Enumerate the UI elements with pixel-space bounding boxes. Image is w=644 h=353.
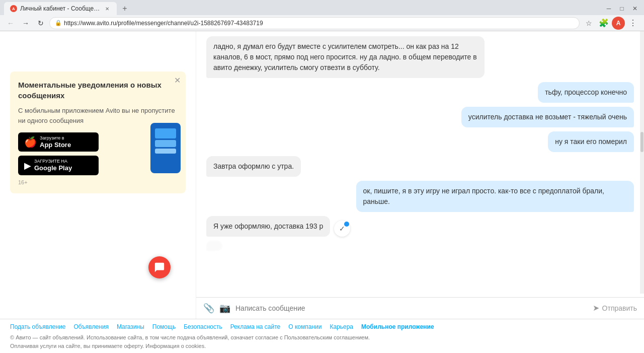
footer-link-3[interactable]: Помощь [152, 323, 176, 330]
message-row: тьфу, процессор конечно [206, 82, 634, 103]
footer-copyright-2: Оплачивая услуги на сайте, вы принимаете… [10, 342, 634, 351]
message-text-7: Я уже оформляю, доставка 193 р [213, 222, 323, 230]
message-row: ладно, я думал его будут вместе с усилит… [206, 36, 634, 78]
scroll-track[interactable] [640, 31, 644, 294]
lock-icon: 🔒 [55, 20, 62, 26]
footer-link-8[interactable]: Мобильное приложение [361, 323, 434, 330]
footer-link-2[interactable]: Магазины [117, 323, 144, 330]
message-text-1: ладно, я думал его будут вместе с усилит… [213, 42, 477, 72]
chat-area: ладно, я думал его будут вместе с усилит… [196, 31, 644, 319]
profile-icon[interactable]: A [612, 17, 625, 30]
message-bubble-2: тьфу, процессор конечно [538, 82, 634, 103]
send-button[interactable]: ➤ Отправить [593, 303, 637, 313]
minimize-button[interactable]: ─ [604, 4, 614, 14]
send-icon: ➤ [593, 303, 599, 313]
chat-float-button[interactable] [148, 256, 171, 278]
footer-link-0[interactable]: Подать объявление [10, 323, 65, 330]
message-bubble-6: ок, пишите, я в эту игру не играл просто… [356, 181, 634, 212]
address-bar[interactable]: 🔒 https://www.avito.ru/profile/messenger… [49, 17, 580, 29]
message-bubble-5: Завтра оформлю с утра. [206, 156, 301, 177]
menu-icon[interactable]: ⋮ [626, 16, 640, 30]
footer-link-1[interactable]: Объявления [73, 323, 108, 330]
nav-icons-right: ☆ 🧩 A ⋮ [582, 16, 640, 30]
notification-close-button[interactable]: ✕ [174, 76, 181, 85]
message-text-6: ок, пишите, я в эту игру не играл просто… [363, 187, 604, 205]
tab-close-button[interactable]: ✕ [104, 5, 111, 12]
message-text-4: ну я таки его померил [555, 137, 627, 146]
bookmark-icon[interactable]: ☆ [582, 16, 596, 30]
active-tab[interactable]: A Личный кабинет - Сообщения - Ав... ✕ [4, 2, 117, 15]
message-bubble-4: ну я таки его померил [548, 131, 634, 152]
message-bubble-1: ладно, я думал его будут вместе с усилит… [206, 36, 485, 78]
extension-icon[interactable]: 🧩 [597, 16, 611, 30]
tab-bar: A Личный кабинет - Сообщения - Ав... ✕ +… [0, 0, 644, 15]
message-text-5: Завтра оформлю с утра. [213, 162, 294, 170]
phone-mockup [150, 123, 181, 173]
camera-icon[interactable]: 📷 [219, 303, 230, 314]
message-check-indicator: ✓ [334, 221, 350, 237]
nav-bar: ← → ↻ 🔒 https://www.avito.ru/profile/mes… [0, 15, 644, 31]
message-row: ну я таки его померил [206, 131, 634, 152]
age-label: 16+ [18, 179, 178, 185]
google-play-button[interactable]: ▶ ЗАГРУЗИТЕ НА Google Play [18, 156, 99, 175]
send-label: Отправить [602, 304, 637, 312]
page-wrapper: ✕ Моментальные уведомления о новых сообщ… [0, 31, 644, 353]
forward-button[interactable]: → [19, 17, 32, 30]
app-store-button[interactable]: 🍎 Загрузите в App Store [18, 132, 99, 152]
tab-favicon: A [10, 5, 17, 12]
google-play-small-text: ЗАГРУЗИТЕ НА [34, 159, 72, 164]
footer-links: Подать объявление Объявления Магазины По… [10, 323, 634, 330]
message-input[interactable] [235, 304, 588, 312]
attach-icon[interactable]: 📎 [203, 303, 214, 314]
footer-link-5[interactable]: Реклама на сайте [230, 323, 281, 330]
browser-chrome: A Личный кабинет - Сообщения - Ав... ✕ +… [0, 0, 644, 31]
message-text-3: усилитель доставка не возьмет - тяжелый … [468, 113, 627, 121]
message-bubble-partial [206, 241, 222, 251]
url-text: https://www.avito.ru/profile/messenger/c… [64, 20, 263, 27]
footer-link-7[interactable]: Карьера [330, 323, 353, 330]
check-dot [344, 222, 349, 227]
google-play-icon: ▶ [24, 160, 31, 171]
close-window-button[interactable]: ✕ [630, 4, 640, 14]
footer-link-6[interactable]: О компании [288, 323, 321, 330]
notification-box: ✕ Моментальные уведомления о новых сообщ… [10, 72, 186, 193]
chat-messages: ладно, я думал его будут вместе с усилит… [196, 31, 644, 297]
message-bubble-3: усилитель доставка не возьмет - тяжелый … [461, 107, 634, 127]
app-store-big-text: App Store [40, 141, 71, 149]
scroll-thumb[interactable] [640, 132, 643, 152]
message-text-2: тьфу, процессор конечно [545, 88, 627, 96]
maximize-button[interactable]: □ [617, 4, 627, 14]
refresh-button[interactable]: ↻ [34, 17, 47, 30]
back-button[interactable]: ← [4, 17, 17, 30]
app-store-small-text: Загрузите в [40, 135, 71, 141]
footer-link-4[interactable]: Безопасность [184, 323, 222, 330]
tab-title: Личный кабинет - Сообщения - Ав... [20, 5, 101, 12]
notification-title: Моментальные уведомления о новых сообщен… [18, 80, 178, 101]
message-row: усилитель доставка не возьмет - тяжелый … [206, 107, 634, 127]
footer-copyright-1: © Авито — сайт объявлений. Использование… [10, 333, 634, 342]
message-bubble-7: Я уже оформляю, доставка 193 р [206, 216, 330, 237]
message-row: Завтра оформлю с утра. [206, 156, 634, 177]
window-controls: ─ □ ✕ [604, 4, 640, 14]
message-row-partial [206, 241, 634, 251]
apple-icon: 🍎 [24, 136, 37, 148]
message-row: Я уже оформляю, доставка 193 р ✓ [206, 216, 634, 237]
content-wrapper: ✕ Моментальные уведомления о новых сообщ… [0, 31, 644, 319]
new-tab-button[interactable]: + [119, 3, 131, 15]
chat-input-area: 📎 📷 ➤ Отправить [196, 297, 644, 319]
message-row: ок, пишите, я в эту игру не играл просто… [206, 181, 634, 212]
notification-panel: ✕ Моментальные уведомления о новых сообщ… [0, 31, 196, 319]
google-play-big-text: Google Play [34, 164, 72, 172]
footer-bar: Подать объявление Объявления Магазины По… [0, 319, 644, 353]
